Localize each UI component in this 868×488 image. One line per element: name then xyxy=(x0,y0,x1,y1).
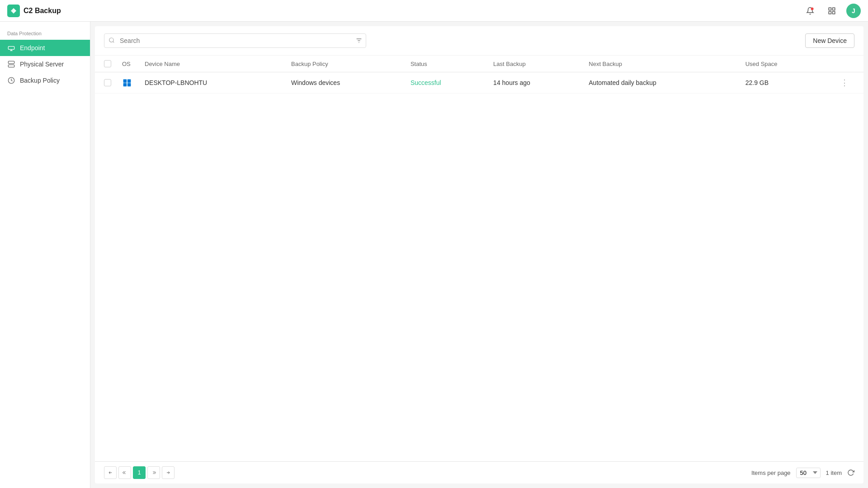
sidebar: Data Protection Endpoint Physical Server xyxy=(0,22,90,488)
svg-rect-17 xyxy=(127,80,131,83)
topbar-actions: J xyxy=(803,4,861,18)
svg-rect-19 xyxy=(127,83,131,87)
col-status: Status xyxy=(405,56,488,72)
app-logo: C2 Backup xyxy=(7,5,61,17)
sidebar-item-backup-policy-label: Backup Policy xyxy=(20,77,60,84)
row-device-name: DESKTOP-LBNOHTU xyxy=(139,72,286,94)
svg-rect-16 xyxy=(123,80,127,83)
pagination-bar: 1 Items per page 50 100 xyxy=(95,461,863,483)
col-os: OS xyxy=(117,56,139,72)
sidebar-item-physical-server[interactable]: Physical Server xyxy=(0,56,90,72)
next-page-button[interactable] xyxy=(147,466,160,479)
row-checkbox-cell xyxy=(95,72,117,94)
col-backup-policy: Backup Policy xyxy=(286,56,405,72)
physical-server-icon xyxy=(7,60,15,68)
new-device-button[interactable]: New Device xyxy=(805,33,854,48)
pagination-right: Items per page 50 100 200 1 item xyxy=(751,468,854,478)
col-last-backup: Last Backup xyxy=(488,56,583,72)
user-avatar[interactable]: J xyxy=(846,4,861,18)
svg-rect-3 xyxy=(833,8,835,10)
row-more-button[interactable]: ⋮ xyxy=(831,78,858,88)
svg-rect-18 xyxy=(123,83,127,87)
devices-table-wrapper: OS Device Name Backup Policy Status Last… xyxy=(95,56,863,461)
search-icon xyxy=(108,37,115,45)
col-checkbox xyxy=(95,56,117,72)
devices-table: OS Device Name Backup Policy Status Last… xyxy=(95,56,863,94)
page-1-button[interactable]: 1 xyxy=(133,466,146,479)
sidebar-item-endpoint[interactable]: Endpoint xyxy=(0,40,90,56)
row-used-space: 22.9 GB xyxy=(740,72,826,94)
svg-line-12 xyxy=(113,41,114,42)
windows-os-icon xyxy=(122,78,132,88)
svg-rect-5 xyxy=(833,11,835,14)
row-os-cell xyxy=(117,72,139,94)
main-layout: Data Protection Endpoint Physical Server xyxy=(0,22,868,488)
row-backup-policy: Windows devices xyxy=(286,72,405,94)
svg-point-11 xyxy=(109,38,113,42)
row-status: Successful xyxy=(405,72,488,94)
row-actions-cell: ⋮ xyxy=(826,72,863,94)
app-name: C2 Backup xyxy=(24,7,61,15)
status-badge: Successful xyxy=(410,79,441,86)
table-row: DESKTOP-LBNOHTU Windows devices Successf… xyxy=(95,72,863,94)
first-page-button[interactable] xyxy=(104,466,117,479)
row-next-backup: Automated daily backup xyxy=(583,72,740,94)
row-last-backup: 14 hours ago xyxy=(488,72,583,94)
col-used-space: Used Space xyxy=(740,56,826,72)
prev-page-button[interactable] xyxy=(118,466,131,479)
search-input[interactable] xyxy=(104,33,366,48)
svg-rect-7 xyxy=(8,65,14,67)
select-all-checkbox[interactable] xyxy=(104,60,111,67)
sidebar-item-physical-server-label: Physical Server xyxy=(20,61,64,68)
backup-policy-icon xyxy=(7,76,15,84)
notifications-icon[interactable] xyxy=(803,4,817,18)
content-toolbar: New Device xyxy=(95,26,863,56)
content-area: New Device OS Device Name Backup Policy … xyxy=(95,26,863,483)
svg-rect-4 xyxy=(829,11,831,14)
filter-icon[interactable] xyxy=(355,37,363,44)
col-actions xyxy=(826,56,863,72)
sidebar-item-backup-policy[interactable]: Backup Policy xyxy=(0,72,90,89)
items-per-page-label: Items per page xyxy=(751,469,791,476)
total-items-label: 1 item xyxy=(826,469,842,476)
items-per-page-select[interactable]: 50 100 200 xyxy=(796,468,821,478)
pagination-controls: 1 xyxy=(104,466,175,479)
refresh-button[interactable] xyxy=(847,469,854,476)
endpoint-icon xyxy=(7,44,15,52)
sidebar-section-label: Data Protection xyxy=(0,29,90,40)
topbar: C2 Backup J xyxy=(0,0,868,22)
col-device-name: Device Name xyxy=(139,56,286,72)
last-page-button[interactable] xyxy=(162,466,175,479)
col-next-backup: Next Backup xyxy=(583,56,740,72)
sidebar-item-endpoint-label: Endpoint xyxy=(20,44,45,52)
table-header-row: OS Device Name Backup Policy Status Last… xyxy=(95,56,863,72)
logo-icon xyxy=(7,5,20,17)
svg-rect-2 xyxy=(829,8,831,10)
row-checkbox[interactable] xyxy=(104,79,111,86)
svg-point-1 xyxy=(811,7,814,10)
search-wrapper xyxy=(104,33,366,48)
svg-rect-6 xyxy=(8,61,14,63)
grid-icon[interactable] xyxy=(825,4,839,18)
